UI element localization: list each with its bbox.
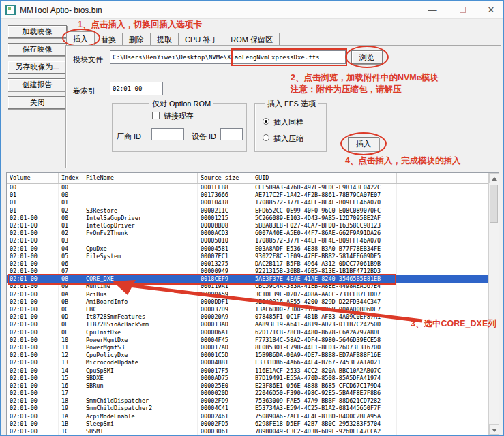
- table-row[interactable]: 02:01-00030000501017088572-377F-44EF-8F4…: [7, 237, 499, 245]
- table-cell: 0C: [59, 306, 83, 313]
- table-cell: CpuPolicyDxe: [83, 352, 198, 359]
- table-row[interactable]: 02:01-0010PowerMgmtDxe00004F45F7731B4C-5…: [7, 337, 499, 344]
- scrollbar-up-button[interactable]: [489, 173, 499, 183]
- table-cell: 116E1ACF-2533-4CC2-820A-BBC10A2AB07C: [252, 367, 397, 375]
- volume-index-input[interactable]: 02:01-00: [110, 82, 163, 95]
- vendor-id-input[interactable]: [151, 128, 184, 140]
- table-cell: 00005010: [198, 237, 252, 245]
- table-row[interactable]: 02:01-0000IntelSaGopDriver000012155C2660…: [7, 215, 499, 222]
- column-header-guid[interactable]: GUID: [252, 173, 397, 183]
- scrollbar-down-button[interactable]: [489, 424, 499, 435]
- scrollbar-thumb[interactable]: [490, 185, 498, 223]
- table-row[interactable]: 02:01-001AAcpiModeEnable00002461750890A6…: [7, 413, 499, 420]
- tab-rom-hole[interactable]: ROM 保留区: [224, 33, 280, 45]
- table-cell: 7B9B0049-C3C2-4D3B-609F-926DEE47CCA2: [252, 428, 397, 435]
- table-row[interactable]: 0102S3Restore0000211CEFD652CC-0E99-40F0-…: [7, 207, 499, 215]
- table-cell: 078485F1-0C1F-4B1B-AFB3-4A09C0EF87A1: [252, 313, 397, 321]
- maximize-icon: [460, 7, 466, 13]
- table-cell: CpuInitDxe: [83, 329, 198, 337]
- table-cell: 02:01-00: [7, 215, 59, 222]
- radio-insert-as-is[interactable]: [263, 118, 269, 125]
- table-row[interactable]: 02:01-000BAmiBoardInfo0000DDF19E3A0016-A…: [7, 298, 499, 306]
- table-row[interactable]: 02:01-001BSleepSmi00002FD56298FE18-D5EF-…: [7, 420, 499, 428]
- table-row[interactable]: 010000173666AE717C2F-1A42-4F2B-8861-78B7…: [7, 191, 499, 199]
- table-cell: SleepSmi: [83, 420, 198, 428]
- table-cell: 0A: [59, 291, 83, 298]
- table-cell: 00001C5D: [198, 352, 252, 359]
- load-image-button[interactable]: 加载映像: [8, 25, 67, 38]
- table-cell: 02:01-00: [7, 313, 59, 321]
- table-cell: [397, 344, 499, 352]
- table-row[interactable]: 02:01-0014CpuSpSMI000017F5116E1ACF-2533-…: [7, 367, 499, 375]
- device-id-input[interactable]: [220, 128, 243, 140]
- table-cell: [397, 390, 499, 397]
- table-row[interactable]: 02:01-0015SBDXE0000AD75B7D19491-E55A-470…: [7, 375, 499, 382]
- tab-delete[interactable]: 删除: [123, 33, 151, 45]
- table-row[interactable]: 02:01-001CSBSMI000030617B9B0049-C3C2-4D3…: [7, 428, 499, 435]
- table-cell: [397, 230, 499, 237]
- radio-insert-compressed[interactable]: [263, 134, 269, 141]
- table-row[interactable]: 02:01-000APciBus0000DA593C1DE39F-D207-40…: [7, 291, 499, 298]
- table-cell: IntelSaGopDriver: [83, 215, 198, 222]
- maximize-button[interactable]: [452, 3, 473, 17]
- table-cell: 22046D50-F390-498C-92E5-5BA4F8E7F8B6: [252, 390, 397, 397]
- table-row[interactable]: 02:01-00170000020D22046D50-F390-498C-92E…: [7, 390, 499, 397]
- table-cell: CEF5B9A3-476D-497F-9FDC-E98143E0422C: [252, 184, 397, 191]
- table-cell: 00173666: [198, 191, 252, 199]
- column-header-volume[interactable]: Volume: [7, 173, 59, 183]
- table-cell: 0000BBD8: [198, 222, 252, 230]
- table-cell: 13AC6DD0-73D0-11D4-B06B-00AA00BD6DE7: [252, 306, 397, 313]
- table-row[interactable]: 02:01-0004CpuDxe00004581E03A8ADF-E536-4E…: [7, 245, 499, 253]
- table-row[interactable]: 02:01-000600013275DAC2B117-B5FB-4964-A31…: [7, 260, 499, 268]
- column-header-source-size[interactable]: Source size: [198, 173, 252, 183]
- table-cell: [83, 390, 198, 397]
- minimize-button[interactable]: —: [422, 3, 443, 17]
- tab-extract[interactable]: 提取: [151, 33, 179, 45]
- table-cell: 02: [59, 207, 83, 215]
- table-cell: SBSMI: [83, 428, 198, 435]
- table-cell: [397, 352, 499, 359]
- table-cell: 1B: [59, 420, 83, 428]
- table-row[interactable]: 02:01-0018SmmChildDispatcher00002FD97536…: [7, 397, 499, 405]
- table-cell: 5C266089-E103-4D43-9AB5-12D7095BE2AF: [252, 215, 397, 222]
- table-cell: 02:01-00: [7, 382, 59, 390]
- table-row[interactable]: 01010001041817088572-377F-44EF-8F4E-B09F…: [7, 199, 499, 206]
- column-header-filename[interactable]: FileName: [83, 173, 198, 183]
- table-cell: 02:01-00: [7, 298, 59, 306]
- table-cell: 12: [59, 352, 83, 359]
- table-row[interactable]: 02:01-000CEBC000037D913AC6DD0-73D0-11D4-…: [7, 306, 499, 313]
- table-cell: [397, 222, 499, 230]
- save-image-button[interactable]: 保存映像: [8, 43, 67, 56]
- link-present-checkbox[interactable]: [152, 112, 160, 119]
- table-row[interactable]: 02:01-0002FvOnFv2Thunk0000ACD36007A40E-A…: [7, 230, 499, 237]
- table-cell: [397, 245, 499, 253]
- table-cell: 0D: [59, 313, 83, 321]
- table-row[interactable]: 02:01-0001IntelGopDriver0000BBD85BBA83E8…: [7, 222, 499, 230]
- table-row[interactable]: 02:01-0013MicrocodeUpdate00004B81F3331DB…: [7, 359, 499, 367]
- table-cell: MicrocodeUpdate: [83, 359, 198, 367]
- table-cell: 00007EC1: [198, 253, 252, 260]
- save-image-as-button[interactable]: 另存映像为...: [8, 61, 67, 74]
- create-report-button[interactable]: 创建报告: [8, 78, 67, 91]
- table-cell: [397, 375, 499, 382]
- table-cell: 02:01-00: [7, 390, 59, 397]
- column-header-index[interactable]: Index: [59, 173, 83, 183]
- table-cell: 02:01-00: [7, 375, 59, 382]
- table-row[interactable]: 02:01-0016SBRun000025E0E23F86E1-056E-488…: [7, 382, 499, 390]
- tab-cpu-patch[interactable]: CPU 补丁: [179, 33, 224, 45]
- table-row[interactable]: 00000001FFB8CEF5B9A3-476D-497F-9FDC-E981…: [7, 184, 499, 191]
- table-row[interactable]: 02:01-000FCpuInitDxe0000D6A162D171CB-78C…: [7, 329, 499, 337]
- close-button[interactable]: ✕: [481, 3, 501, 17]
- table-cell: 0F: [59, 329, 83, 337]
- table-cell: S3Restore: [83, 207, 198, 215]
- table-row[interactable]: 02:01-0011PowerMgmtS3000017AD8F0B5301-C7…: [7, 344, 499, 352]
- table-cell: EFD652CC-0E99-40F0-96C0-E08C089070FC: [252, 207, 397, 215]
- link-present-label: 链接现存: [164, 111, 194, 121]
- table-row[interactable]: 02:01-0012CpuPolicyDxe00001C5D15B9B6DA-0…: [7, 352, 499, 359]
- table-cell: [397, 420, 499, 428]
- table-cell: F3331DB6-4A66-44E4-B767-7453F7A1A021: [252, 359, 397, 367]
- close-file-button[interactable]: 关闭: [8, 96, 67, 109]
- vertical-scrollbar[interactable]: [488, 173, 499, 435]
- table-row[interactable]: 02:01-0019SmmChildDispatcher200004C41E53…: [7, 405, 499, 412]
- table-row[interactable]: 02:01-0005FileSystem00007EC193022F8C-1F0…: [7, 253, 499, 260]
